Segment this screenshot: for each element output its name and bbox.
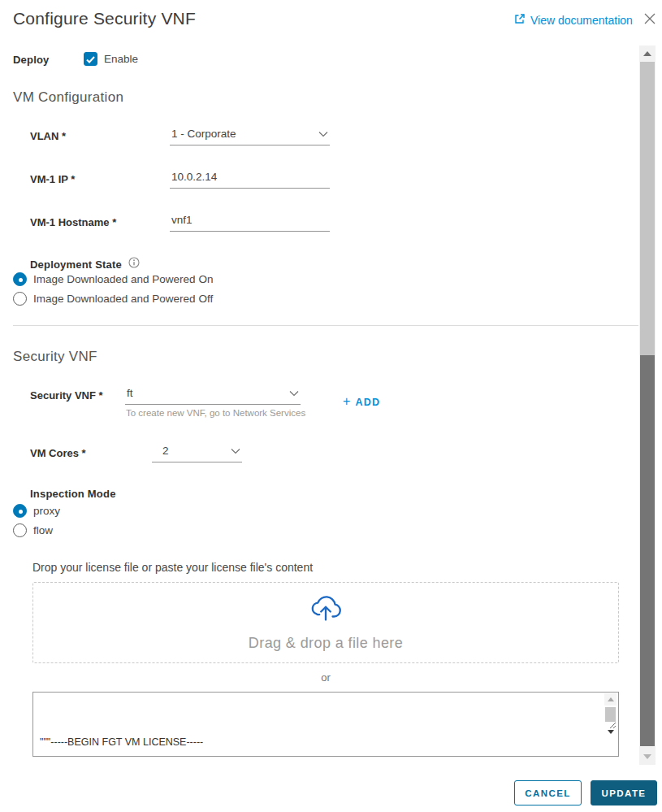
page-title: Configure Security VNF [13, 9, 196, 28]
update-button[interactable]: UPDATE [591, 780, 657, 805]
radio-selected-icon [13, 272, 27, 286]
cloud-upload-icon [33, 593, 618, 628]
chevron-down-icon [318, 128, 328, 140]
license-dropzone[interactable]: Drag & drop a file here [32, 582, 619, 663]
security-vnf-select[interactable]: ft [125, 387, 301, 405]
close-icon[interactable] [643, 11, 657, 26]
vm1-ip-input[interactable]: 10.0.2.14 [170, 171, 330, 189]
vlan-value: 1 - Corporate [171, 128, 236, 140]
scrollbar-thumb[interactable] [640, 355, 655, 746]
vm1-ip-value: 10.0.2.14 [171, 171, 217, 183]
vm-cores-select[interactable]: 2 [152, 445, 242, 462]
resize-handle-icon[interactable] [592, 698, 617, 754]
radio-flow[interactable]: flow [13, 523, 53, 537]
add-vnf-button[interactable]: + ADD [343, 396, 380, 409]
deploy-enable-checkbox-label: Enable [104, 53, 138, 65]
security-vnf-section-title: Security VNF [13, 349, 97, 365]
scroll-up-icon[interactable] [639, 46, 656, 62]
deploy-label: Deploy [13, 54, 50, 66]
license-instruction: Drop your license file or paste your lic… [32, 561, 313, 574]
vm1-hostname-label: VM-1 Hostname * [30, 216, 116, 228]
license-line: """-----BEGIN FGT VM LICENSE----- [40, 733, 599, 752]
security-vnf-value: ft [127, 387, 133, 399]
radio-powered-on-label: Image Downloaded and Powered On [33, 273, 213, 285]
info-icon[interactable] [128, 257, 140, 271]
cancel-button[interactable]: CANCEL [514, 780, 582, 805]
chevron-down-icon [231, 445, 240, 457]
inspection-mode-label: Inspection Mode [30, 488, 116, 500]
configure-security-vnf-dialog: Configure Security VNF View documentatio… [0, 0, 662, 812]
vlan-select[interactable]: 1 - Corporate [170, 128, 330, 145]
section-divider [13, 325, 638, 326]
license-textarea[interactable]: """-----BEGIN FGT VM LICENSE----- QAAAAM… [32, 692, 619, 757]
dropzone-text: Drag & drop a file here [33, 635, 618, 652]
chevron-down-icon [289, 387, 299, 399]
add-vnf-button-label: ADD [356, 397, 381, 408]
radio-selected-icon [13, 504, 27, 518]
radio-flow-label: flow [33, 524, 53, 536]
radio-powered-off-label: Image Downloaded and Powered Off [33, 293, 213, 305]
vm1-hostname-input[interactable]: vnf1 [170, 214, 330, 232]
deployment-state-label: Deployment State [30, 258, 122, 271]
vm-configuration-section-title: VM Configuration [13, 89, 123, 106]
view-documentation-label: View documentation [530, 14, 633, 27]
plus-icon: + [343, 394, 352, 409]
deploy-enable-checkbox[interactable] [84, 52, 97, 66]
radio-unselected-icon [13, 523, 27, 537]
vm-cores-value: 2 [162, 445, 169, 457]
radio-unselected-icon [13, 292, 27, 306]
view-documentation-link[interactable]: View documentation [514, 13, 633, 27]
radio-proxy-label: proxy [33, 505, 60, 517]
security-vnf-label: Security VNF * [30, 389, 103, 402]
security-vnf-helper: To create new VNF, go to Network Service… [126, 408, 305, 418]
vm1-hostname-value: vnf1 [171, 214, 193, 226]
scroll-down-icon[interactable] [639, 748, 656, 765]
radio-proxy[interactable]: proxy [13, 504, 60, 518]
radio-powered-on[interactable]: Image Downloaded and Powered On [13, 272, 213, 286]
scrollbar-track[interactable] [640, 62, 655, 355]
radio-powered-off[interactable]: Image Downloaded and Powered Off [13, 292, 213, 306]
main-scrollbar[interactable] [639, 46, 656, 765]
vlan-label: VLAN * [30, 130, 66, 142]
vm1-ip-label: VM-1 IP * [30, 173, 75, 185]
vm-cores-label: VM Cores * [30, 447, 86, 459]
or-text: or [0, 671, 651, 684]
external-link-icon [514, 13, 526, 27]
check-icon [86, 52, 95, 67]
